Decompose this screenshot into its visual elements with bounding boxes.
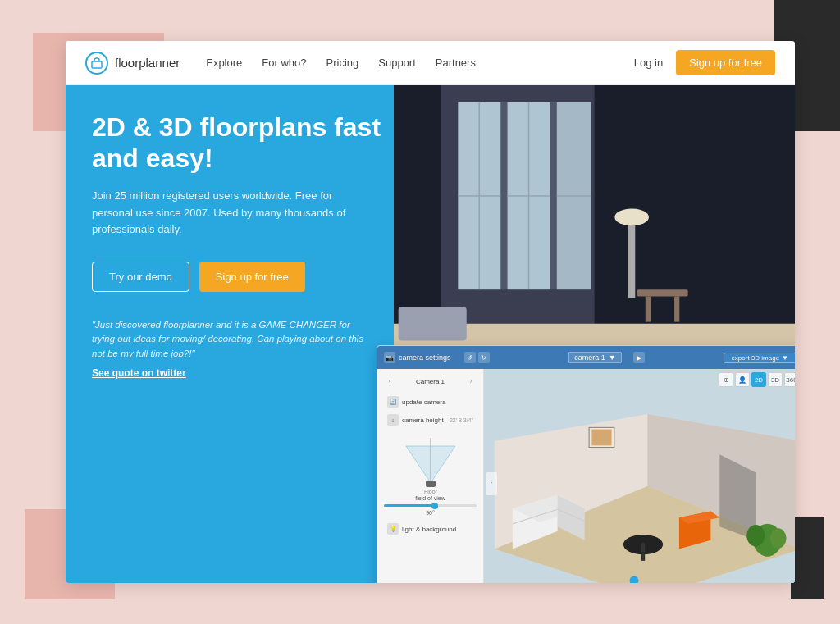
undo-icon[interactable]: ↺ xyxy=(464,352,476,363)
update-camera-item[interactable]: 🔄 update camera xyxy=(384,394,477,410)
nav-actions: Log in Sign up for free xyxy=(634,50,775,75)
svg-rect-43 xyxy=(591,430,611,446)
svg-rect-17 xyxy=(646,296,651,321)
toolbar-camera-label: camera settings xyxy=(399,353,451,362)
bg-decoration-bottom-right xyxy=(791,517,824,599)
testimonial-text: "Just discovered floorplanner and it is … xyxy=(92,320,363,358)
camera-prev-btn[interactable]: ‹ xyxy=(384,376,395,387)
camera-settings-icon: 📷 xyxy=(384,352,395,363)
hero-buttons: Try our demo Sign up for free xyxy=(92,262,420,292)
app-toolbar: 📷 camera settings ↺ ↻ camera 1 ▼ ▶ expo xyxy=(377,346,795,369)
navbar: floorplanner Explore For who? Pricing Su… xyxy=(66,41,795,85)
svg-rect-18 xyxy=(674,296,679,321)
camera-height-icon: ↕ xyxy=(387,414,399,426)
testimonial-block: "Just discovered floorplanner and it is … xyxy=(92,318,371,380)
toolbar-camera-settings: 📷 camera settings xyxy=(384,352,451,363)
demo-button[interactable]: Try our demo xyxy=(92,262,189,292)
update-camera-icon: 🔄 xyxy=(387,396,399,408)
nav-explore[interactable]: Explore xyxy=(206,57,242,69)
light-bg-icon: 💡 xyxy=(387,523,399,535)
signup-button[interactable]: Sign up for free xyxy=(676,50,775,75)
viewport-btn-360[interactable]: 360 xyxy=(784,372,795,387)
camera-name: Camera 1 xyxy=(416,378,445,385)
camera-diagram: Floor xyxy=(384,430,477,495)
main-card: floorplanner Explore For who? Pricing Su… xyxy=(66,41,795,583)
hero-content: 2D & 3D floorplans fast and easy! Join 2… xyxy=(92,112,420,380)
nav-pricing[interactable]: Pricing xyxy=(326,57,359,69)
login-button[interactable]: Log in xyxy=(634,57,663,69)
camera-height-item: ↕ camera height 22' 8 3/4" xyxy=(384,412,477,428)
testimonial-link[interactable]: See quote on twitter xyxy=(92,366,371,380)
export-button[interactable]: export 3D image ▼ xyxy=(724,353,795,363)
svg-rect-35 xyxy=(641,543,645,561)
hero-subtitle: Join 25 million registered users worldwi… xyxy=(92,188,354,239)
camera-height-value: 22' 8 3/4" xyxy=(450,417,473,423)
dropdown-arrow-icon: ▼ xyxy=(609,353,616,362)
nav-support[interactable]: Support xyxy=(378,57,416,69)
fov-slider[interactable] xyxy=(384,504,477,507)
camera-next-btn[interactable]: › xyxy=(465,376,477,387)
hero-signup-button[interactable]: Sign up for free xyxy=(199,262,305,292)
svg-point-41 xyxy=(770,528,787,548)
play-icon[interactable]: ▶ xyxy=(633,352,645,363)
camera-dropdown[interactable]: camera 1 ▼ xyxy=(568,352,621,363)
camera-diagram-svg: Floor xyxy=(398,430,463,495)
export-arrow-icon: ▼ xyxy=(782,354,788,362)
app-screenshot: 📷 camera settings ↺ ↻ camera 1 ▼ ▶ expo xyxy=(377,345,795,583)
svg-marker-21 xyxy=(406,446,455,483)
update-camera-label: update camera xyxy=(402,399,445,406)
logo-area[interactable]: floorplanner xyxy=(85,52,180,75)
app-left-panel: ‹ Camera 1 › 🔄 update camera ↕ camera he… xyxy=(377,369,484,583)
viewport-btn-3d[interactable]: 3D xyxy=(768,372,783,387)
scroll-left-arrow[interactable]: ‹ xyxy=(486,472,497,495)
logo-icon xyxy=(85,52,108,75)
viewport-toolbar: ⊕ 👤 2D 3D 360 xyxy=(719,372,795,387)
hero-section: 2D & 3D floorplans fast and easy! Join 2… xyxy=(66,85,795,583)
redo-icon[interactable]: ↻ xyxy=(478,352,490,363)
light-background-item[interactable]: 💡 light & background xyxy=(384,521,477,537)
fov-value: 90° xyxy=(384,510,477,516)
camera-nav: ‹ Camera 1 › xyxy=(384,376,477,387)
light-bg-label: light & background xyxy=(402,526,456,533)
app-viewport: ⊕ 👤 2D 3D 360 ‹ 📷 xyxy=(484,369,795,583)
svg-point-15 xyxy=(614,209,649,226)
hero-title: 2D & 3D floorplans fast and easy! xyxy=(92,112,420,175)
svg-rect-16 xyxy=(637,289,687,296)
fov-slider-fill xyxy=(384,504,435,507)
fov-slider-thumb xyxy=(431,503,438,509)
viewport-render xyxy=(484,369,795,583)
svg-rect-0 xyxy=(92,61,102,68)
viewport-btn-person[interactable]: 👤 xyxy=(735,372,750,387)
svg-text:Floor: Floor xyxy=(424,489,438,494)
viewport-btn-compass[interactable]: ⊕ xyxy=(719,372,733,387)
svg-rect-19 xyxy=(458,102,591,289)
svg-point-40 xyxy=(746,525,765,546)
nav-for-who[interactable]: For who? xyxy=(262,57,306,69)
camera-height-label: camera height xyxy=(402,417,444,424)
logo-text: floorplanner xyxy=(115,56,180,70)
camera-dropdown-label: camera 1 xyxy=(574,353,605,362)
nav-partners[interactable]: Partners xyxy=(436,57,476,69)
export-label: export 3D image xyxy=(731,354,779,362)
fov-label-text: field of view xyxy=(384,495,477,501)
app-body: ‹ Camera 1 › 🔄 update camera ↕ camera he… xyxy=(377,369,795,583)
nav-links: Explore For who? Pricing Support Partner… xyxy=(206,57,633,69)
svg-rect-22 xyxy=(426,481,436,487)
viewport-btn-2d[interactable]: 2D xyxy=(751,372,766,387)
